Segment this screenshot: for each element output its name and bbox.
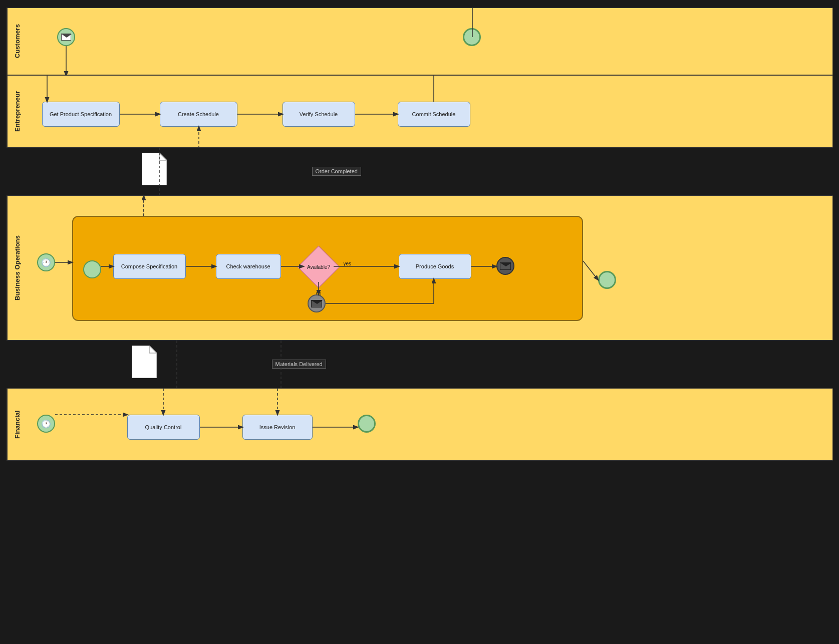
available-gateway: Available? (297, 246, 340, 288)
entrepreneur-label: Entrepreneur (7, 76, 27, 147)
spacer-2: Materials Delivered (7, 341, 833, 388)
business-end-event (598, 271, 616, 289)
swimlane-entrepreneur: Entrepreneur Get Product Specification C… (7, 75, 833, 148)
business-content: 🕐 Compose Specification Check warehouse (27, 196, 832, 341)
financial-end-event (358, 415, 376, 433)
business-timer-start: 🕐 (37, 253, 55, 271)
financial-timer-circle: 🕐 (37, 415, 55, 433)
spacer-1: Order Completed (7, 148, 833, 195)
financial-content: 🕐 Quality Control Issue Revision (27, 389, 832, 461)
swimlane-business: Business Operations 🕐 Compose Specificat… (7, 195, 833, 341)
spacer1-arrows (7, 148, 833, 195)
subprocess-start-circle (83, 260, 101, 278)
customers-label: Customers (7, 8, 27, 75)
create-sched-label: Create Schedule (178, 111, 219, 117)
yes-label: yes (344, 261, 352, 266)
issue-revision-task[interactable]: Issue Revision (242, 415, 313, 440)
qc-label: Quality Control (145, 424, 182, 430)
sub-process-box: Compose Specification Check warehouse Av… (72, 216, 583, 321)
customers-start-event (57, 28, 75, 46)
diagram-container: Customers (7, 8, 833, 461)
svg-line-19 (583, 261, 598, 280)
available-gateway-container: Available? (304, 252, 334, 282)
message-no-circle (308, 294, 326, 312)
spacer2-arrows (7, 341, 833, 388)
commit-sched-label: Commit Schedule (412, 111, 456, 117)
message-end-circle (496, 257, 514, 275)
compose-spec-label: Compose Specification (121, 263, 178, 269)
customers-content (27, 8, 832, 75)
business-end-circle (598, 271, 616, 289)
message-start-circle (57, 28, 75, 46)
subprocess-message-no (308, 294, 326, 312)
financial-end-circle (358, 415, 376, 433)
subprocess-message-end (496, 257, 514, 275)
quality-control-task[interactable]: Quality Control (127, 415, 200, 440)
swimlane-customers: Customers (7, 8, 833, 75)
verify-sched-label: Verify Schedule (300, 111, 338, 117)
message-end-envelope (500, 262, 511, 270)
check-wh-label: Check warehouse (226, 263, 270, 269)
clock-icon: 🕐 (41, 258, 51, 267)
entrepreneur-content: Get Product Specification Create Schedul… (27, 76, 832, 148)
available-label: Available? (307, 264, 330, 270)
message-envelope-icon (61, 34, 71, 41)
get-product-spec-task[interactable]: Get Product Specification (42, 102, 120, 127)
subprocess-start (83, 260, 101, 278)
produce-label: Produce Goods (416, 263, 454, 269)
financial-label: Financial (7, 389, 27, 460)
issue-rev-label: Issue Revision (259, 424, 296, 430)
financial-timer-start: 🕐 (37, 415, 55, 433)
verify-schedule-task[interactable]: Verify Schedule (283, 102, 355, 127)
get-spec-label: Get Product Specification (50, 111, 112, 117)
commit-schedule-task[interactable]: Commit Schedule (398, 102, 470, 127)
timer-circle: 🕐 (37, 253, 55, 271)
compose-spec-task[interactable]: Compose Specification (113, 254, 186, 279)
message-no-envelope (311, 300, 322, 307)
create-schedule-task[interactable]: Create Schedule (160, 102, 237, 127)
check-warehouse-task[interactable]: Check warehouse (216, 254, 281, 279)
end-circle (463, 28, 481, 46)
business-label: Business Operations (7, 196, 27, 340)
customers-end-event (463, 28, 481, 46)
swimlane-financial: Financial 🕐 Quality Control Issue Revisi… (7, 388, 833, 461)
customers-arrows (27, 8, 832, 75)
financial-clock-icon: 🕐 (41, 419, 51, 429)
produce-goods-task[interactable]: Produce Goods (399, 254, 471, 279)
